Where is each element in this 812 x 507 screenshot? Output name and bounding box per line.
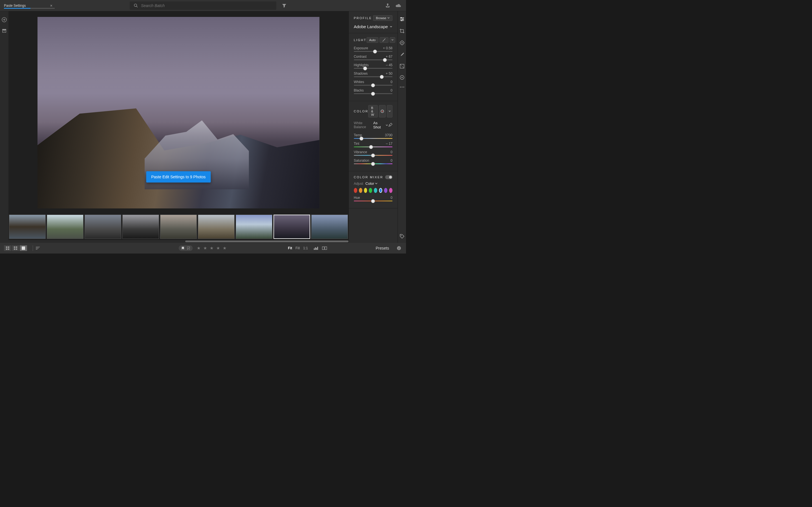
- brush-icon[interactable]: [399, 52, 405, 57]
- archive-icon[interactable]: [2, 28, 7, 33]
- flag-buttons[interactable]: [179, 245, 193, 251]
- mixer-label: COLOR MIXER: [354, 175, 384, 179]
- tab-paste-settings[interactable]: Paste Settings ×: [0, 0, 56, 11]
- close-icon[interactable]: ×: [50, 3, 52, 8]
- tone-curve-button[interactable]: [379, 37, 389, 43]
- profile-section: PROFILE Browse Adobe Landscape: [349, 11, 398, 33]
- saturation-slider[interactable]: [354, 163, 393, 164]
- color-mixer-icon[interactable]: [379, 105, 386, 117]
- color-swatch[interactable]: [364, 188, 367, 193]
- search-box[interactable]: [130, 1, 276, 10]
- thumbnail[interactable]: [9, 215, 46, 239]
- svg-rect-27: [16, 248, 17, 250]
- slider-value: – 17: [386, 142, 393, 146]
- adjust-label: Adjust: [354, 182, 363, 186]
- rating-stars[interactable]: ★ ★ ★ ★ ★: [197, 245, 227, 251]
- profile-dropdown[interactable]: Adobe Landscape: [354, 24, 393, 29]
- thumbnail[interactable]: [311, 215, 348, 239]
- more-icon[interactable]: [400, 86, 405, 88]
- whitebalance-dropdown[interactable]: As Shot: [373, 121, 388, 129]
- radial-gradient-icon[interactable]: [400, 75, 405, 80]
- svg-rect-34: [322, 247, 324, 249]
- color-swatch[interactable]: [379, 188, 382, 193]
- svg-point-15: [402, 77, 403, 78]
- thumbnail-selected[interactable]: [273, 215, 310, 239]
- svg-rect-35: [325, 247, 327, 249]
- slider-value: + 67: [386, 55, 393, 59]
- slider-value: 0: [391, 89, 393, 93]
- temp-slider[interactable]: [354, 138, 393, 139]
- svg-point-10: [401, 20, 402, 21]
- svg-rect-20: [6, 246, 7, 248]
- slider-label: Highlights: [354, 63, 369, 67]
- color-mixer-section: COLOR MIXER Adjust Color Hue 0: [349, 171, 398, 209]
- toast-message: Paste Edit Settings to 9 Photos: [146, 171, 211, 182]
- grid-large-icon[interactable]: [12, 245, 19, 251]
- contrast-slider[interactable]: [354, 59, 393, 60]
- edit-sliders-icon[interactable]: [399, 16, 405, 22]
- zoom-fill[interactable]: Fill: [296, 246, 300, 250]
- color-swatch[interactable]: [369, 188, 372, 193]
- left-rail: [0, 11, 8, 243]
- tint-slider[interactable]: [354, 147, 393, 147]
- filmstrip: [8, 214, 349, 240]
- auto-button[interactable]: Auto: [366, 37, 378, 43]
- add-icon[interactable]: [1, 17, 7, 22]
- slider-value: + 50: [386, 71, 393, 75]
- linear-gradient-icon[interactable]: [400, 64, 405, 69]
- whites-slider[interactable]: [354, 85, 393, 86]
- adjust-dropdown[interactable]: Color: [365, 181, 377, 186]
- compare-icon[interactable]: [322, 246, 327, 250]
- tag-icon[interactable]: [400, 234, 405, 239]
- mixer-toggle[interactable]: [385, 175, 393, 179]
- search-input[interactable]: [141, 3, 272, 8]
- histogram-icon[interactable]: [313, 246, 319, 250]
- blacks-slider[interactable]: [354, 93, 393, 94]
- color-swatch[interactable]: [354, 188, 357, 193]
- highlights-slider[interactable]: [354, 68, 393, 69]
- zoom-1to1[interactable]: 1:1: [303, 246, 308, 250]
- svg-point-18: [403, 87, 404, 88]
- svg-rect-3: [2, 29, 6, 30]
- grid-small-icon[interactable]: [4, 245, 11, 251]
- thumbnail[interactable]: [198, 215, 235, 239]
- color-swatch[interactable]: [389, 188, 393, 193]
- shadows-slider[interactable]: [354, 76, 393, 77]
- cloud-icon[interactable]: [395, 3, 402, 8]
- exposure-slider[interactable]: [354, 51, 393, 52]
- hue-value: 0: [391, 196, 393, 200]
- vibrance-slider[interactable]: [354, 155, 393, 156]
- thumbnail[interactable]: [236, 215, 272, 239]
- sort-icon[interactable]: [35, 246, 40, 250]
- filmstrip-scrollbar[interactable]: [8, 240, 349, 243]
- thumbnail[interactable]: [160, 215, 197, 239]
- healing-icon[interactable]: [399, 40, 405, 46]
- browse-button[interactable]: Browse: [373, 15, 393, 21]
- color-swatch[interactable]: [384, 188, 388, 193]
- color-chevron-icon[interactable]: [387, 105, 393, 117]
- share-icon[interactable]: [385, 3, 390, 8]
- presets-button[interactable]: Presets: [376, 246, 389, 250]
- canvas[interactable]: Paste Edit Settings to 9 Photos: [8, 11, 349, 214]
- hue-label: Hue: [354, 196, 360, 200]
- zoom-fit[interactable]: Fit: [288, 246, 292, 250]
- color-swatch[interactable]: [359, 188, 362, 193]
- bw-button[interactable]: B & W: [368, 105, 378, 117]
- single-view-icon[interactable]: [20, 245, 27, 251]
- tab-progress: [4, 8, 55, 9]
- light-chevron-icon[interactable]: [390, 37, 395, 43]
- thumbnail[interactable]: [47, 215, 84, 239]
- color-swatch[interactable]: [374, 188, 377, 193]
- thumbnail[interactable]: [122, 215, 159, 239]
- whitebalance-label: White Balance: [354, 121, 373, 129]
- crop-icon[interactable]: [399, 28, 405, 34]
- slider-label: Exposure: [354, 46, 368, 50]
- slider-label: Tint: [354, 142, 359, 146]
- edit-panel: PROFILE Browse Adobe Landscape LIGHT Aut…: [349, 11, 398, 243]
- hue-slider[interactable]: [354, 201, 393, 202]
- thumbnail[interactable]: [85, 215, 121, 239]
- info-icon[interactable]: i: [396, 245, 402, 251]
- filter-icon[interactable]: [282, 3, 287, 8]
- eyedropper-icon[interactable]: [388, 123, 393, 127]
- svg-point-12: [402, 42, 403, 43]
